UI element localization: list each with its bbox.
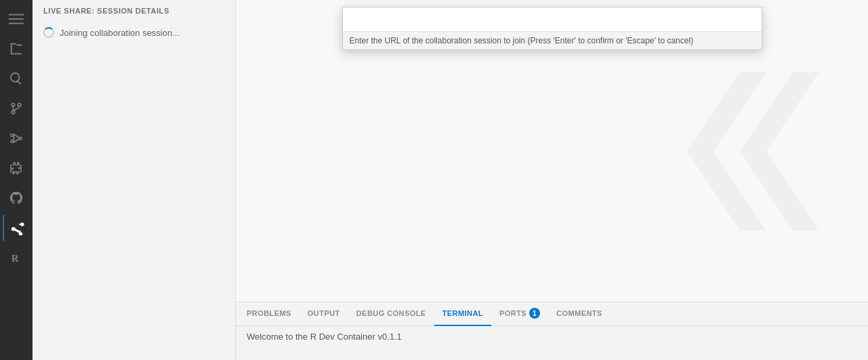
command-hint-text: Enter the URL of the collaboration sessi… [343,32,762,49]
github-icon[interactable] [3,184,30,212]
explorer-icon[interactable] [3,35,30,62]
svg-point-5 [18,103,21,106]
terminal-text: Welcome to the R Dev Container v0.1.1 [247,332,402,342]
tab-comments[interactable]: COMMENTS [548,302,611,326]
run-debug-icon[interactable] [3,125,30,152]
tab-problems[interactable]: PROBLEMS [239,302,299,326]
session-status-text: Joining collaboration session... [60,28,180,38]
command-palette: Enter the URL of the collaboration sessi… [342,7,762,50]
sidebar: LIVE SHARE: SESSION DETAILS Joining coll… [33,0,236,360]
collaboration-url-input[interactable] [343,7,762,32]
svg-rect-1 [9,18,24,20]
extensions-icon[interactable] [3,155,30,182]
menu-icon[interactable] [3,5,30,33]
r-icon[interactable]: R [3,244,30,271]
sidebar-title: LIVE SHARE: SESSION DETAILS [33,0,235,22]
svg-rect-2 [9,23,24,24]
liveshare-icon[interactable] [3,214,30,241]
loading-spinner [43,27,54,38]
activity-bar: R [0,0,33,360]
panel-tabs: PROBLEMS OUTPUT DEBUG CONSOLE TERMINAL P… [236,302,868,326]
bottom-panel: PROBLEMS OUTPUT DEBUG CONSOLE TERMINAL P… [236,302,868,360]
svg-rect-0 [9,14,24,16]
source-control-icon[interactable] [3,95,30,122]
ports-badge: 1 [529,308,540,319]
svg-point-3 [12,111,15,114]
tab-ports[interactable]: PORTS 1 [491,302,548,326]
search-icon[interactable] [3,65,30,92]
svg-text:R: R [12,253,19,264]
svg-point-7 [11,140,14,143]
tab-terminal[interactable]: TERMINAL [434,302,491,326]
tab-output[interactable]: OUTPUT [299,302,348,326]
terminal-content: Welcome to the R Dev Container v0.1.1 [236,326,868,360]
command-overlay: Enter the URL of the collaboration sessi… [236,0,868,50]
session-status-row: Joining collaboration session... [33,22,235,43]
svg-point-6 [11,134,14,137]
svg-marker-10 [740,72,819,231]
main-area: Enter the URL of the collaboration sessi… [236,0,868,360]
svg-point-4 [12,103,15,106]
tab-debug-console[interactable]: DEBUG CONSOLE [348,302,434,326]
